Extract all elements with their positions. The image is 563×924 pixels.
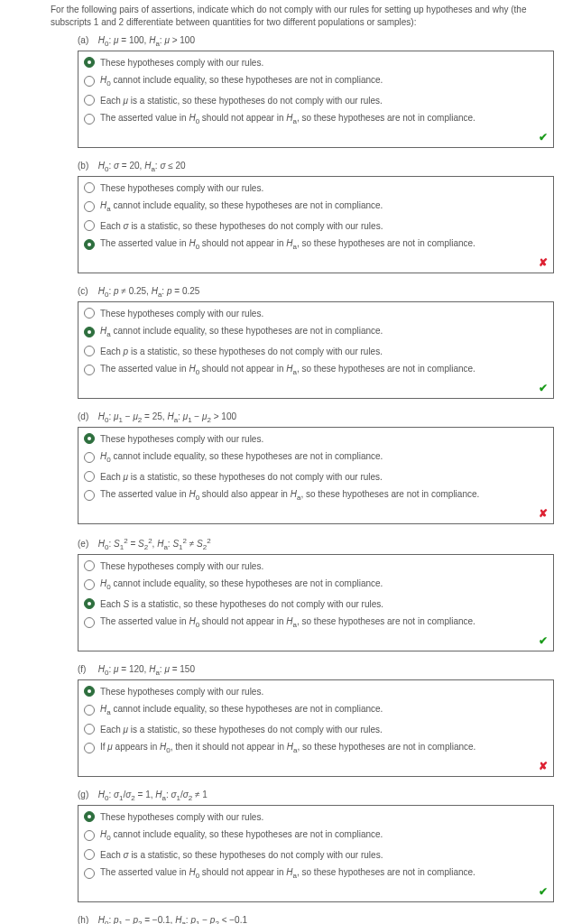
question-header: (h) H0: p1 − p2 = −0.1, Ha: p1 − p2 < −0… <box>78 915 554 924</box>
option-text: Each μ is a statistic, so these hypothes… <box>100 472 383 482</box>
option-text: These hypotheses comply with our rules. <box>100 309 263 319</box>
radio-button[interactable] <box>84 598 95 609</box>
radio-button[interactable] <box>84 433 95 444</box>
radio-button[interactable] <box>84 686 95 697</box>
option-row[interactable]: The asserted value in H0 should not appe… <box>78 864 553 883</box>
options-box: These hypotheses comply with our rules.H… <box>78 554 554 651</box>
radio-button[interactable] <box>84 452 95 463</box>
option-text: The asserted value in H0 should not appe… <box>100 238 475 251</box>
option-row[interactable]: The asserted value in H0 should also app… <box>78 485 553 505</box>
radio-button[interactable] <box>84 724 95 735</box>
radio-button[interactable] <box>84 182 95 193</box>
option-row[interactable]: The asserted value in H0 should not appe… <box>78 613 553 633</box>
check-icon: ✔ <box>78 883 553 898</box>
option-row[interactable]: H0 cannot include equality, so these hyp… <box>78 826 553 845</box>
option-row[interactable]: H0 cannot include equality, so these hyp… <box>78 575 553 595</box>
cross-icon: ✘ <box>78 254 553 269</box>
question-header: (c) H0: p ≠ 0.25, Ha: p = 0.25 <box>78 286 554 299</box>
radio-button[interactable] <box>84 471 95 482</box>
options-box: These hypotheses comply with our rules.H… <box>78 51 554 148</box>
option-text: These hypotheses comply with our rules. <box>100 183 263 193</box>
question-g: (g) H0: σ1/σ2 = 1, Ha: σ1/σ2 ≠ 1These hy… <box>78 790 554 902</box>
option-row[interactable]: The asserted value in H0 should not appe… <box>78 235 553 254</box>
option-text: Ha cannot include equality, so these hyp… <box>100 326 383 338</box>
cross-icon: ✘ <box>78 758 553 772</box>
option-row[interactable]: Each μ is a statistic, so these hypothes… <box>78 720 553 738</box>
option-text: These hypotheses comply with our rules. <box>100 812 263 822</box>
question-c: (c) H0: p ≠ 0.25, Ha: p = 0.25These hypo… <box>78 286 554 399</box>
option-text: Each μ is a statistic, so these hypothes… <box>100 96 383 106</box>
question-header: (a) H0: μ = 100, Ha: μ > 100 <box>78 35 554 48</box>
cross-icon: ✘ <box>78 505 553 520</box>
radio-button[interactable] <box>84 114 95 125</box>
radio-button[interactable] <box>84 95 95 106</box>
radio-button[interactable] <box>84 327 95 337</box>
check-icon: ✔ <box>78 129 553 143</box>
option-row[interactable]: These hypotheses comply with our rules. <box>78 304 553 322</box>
option-text: The asserted value in H0 should not appe… <box>100 113 475 125</box>
radio-button[interactable] <box>84 201 95 212</box>
question-header: (f) H0: μ = 120, Ha: μ = 150 <box>78 664 554 677</box>
check-icon: ✔ <box>78 380 553 394</box>
question-header: (g) H0: σ1/σ2 = 1, Ha: σ1/σ2 ≠ 1 <box>78 790 554 802</box>
radio-button[interactable] <box>84 830 95 841</box>
option-text: H0 cannot include equality, so these hyp… <box>100 451 383 464</box>
question-intro: For the following pairs of assertions, i… <box>51 4 554 28</box>
option-text: These hypotheses comply with our rules. <box>100 58 263 68</box>
option-row[interactable]: These hypotheses comply with our rules. <box>78 808 553 826</box>
radio-button[interactable] <box>84 849 95 860</box>
options-box: These hypotheses comply with our rules.H… <box>78 176 554 273</box>
option-row[interactable]: If μ appears in H0, then it should not a… <box>78 738 553 758</box>
option-text: These hypotheses comply with our rules. <box>100 434 263 444</box>
option-row[interactable]: Each μ is a statistic, so these hypothes… <box>78 91 553 109</box>
radio-button[interactable] <box>84 868 95 879</box>
option-row[interactable]: These hypotheses comply with our rules. <box>78 557 553 575</box>
option-row[interactable]: These hypotheses comply with our rules. <box>78 430 553 448</box>
radio-button[interactable] <box>84 220 95 231</box>
option-row[interactable]: These hypotheses comply with our rules. <box>78 682 553 700</box>
radio-button[interactable] <box>84 346 95 356</box>
question-e: (e) H0: S12 = S22, Ha: S12 ≠ S22These hy… <box>78 537 554 651</box>
option-row[interactable]: The asserted value in H0 should not appe… <box>78 109 553 129</box>
option-row[interactable]: Ha cannot include equality, so these hyp… <box>78 197 553 217</box>
radio-button[interactable] <box>84 239 95 250</box>
radio-button[interactable] <box>84 617 95 628</box>
radio-button[interactable] <box>84 308 95 319</box>
options-box: These hypotheses comply with our rules.H… <box>78 427 554 524</box>
options-box: These hypotheses comply with our rules.H… <box>78 805 554 902</box>
options-box: These hypotheses comply with our rules.H… <box>78 679 554 777</box>
option-row[interactable]: These hypotheses comply with our rules. <box>78 179 553 197</box>
option-row[interactable]: Each σ is a statistic, so these hypothes… <box>78 217 553 235</box>
option-row[interactable]: Each σ is a statistic, so these hypothes… <box>78 845 553 864</box>
option-text: These hypotheses comply with our rules. <box>100 561 263 571</box>
option-row[interactable]: Ha cannot include equality, so these hyp… <box>78 700 553 720</box>
option-row[interactable]: Each p is a statistic, so these hypothes… <box>78 342 553 360</box>
radio-button[interactable] <box>84 560 95 571</box>
option-row[interactable]: Each S is a statistic, so these hypothes… <box>78 595 553 613</box>
option-text: The asserted value in H0 should not appe… <box>100 364 475 376</box>
question-h: (h) H0: p1 − p2 = −0.1, Ha: p1 − p2 < −0… <box>78 915 554 924</box>
option-text: Ha cannot include equality, so these hyp… <box>100 200 383 213</box>
question-header: (b) H0: σ = 20, Ha: σ ≤ 20 <box>78 161 554 173</box>
option-row[interactable]: H0 cannot include equality, so these hyp… <box>78 448 553 467</box>
option-text: Each σ is a statistic, so these hypothes… <box>100 850 383 860</box>
option-row[interactable]: Ha cannot include equality, so these hyp… <box>78 322 553 342</box>
radio-button[interactable] <box>84 579 95 590</box>
radio-button[interactable] <box>84 76 95 87</box>
option-row[interactable]: Each μ is a statistic, so these hypothes… <box>78 467 553 485</box>
option-row[interactable]: H0 cannot include equality, so these hyp… <box>78 71 553 91</box>
option-text: H0 cannot include equality, so these hyp… <box>100 829 383 842</box>
radio-button[interactable] <box>84 743 95 753</box>
option-row[interactable]: The asserted value in H0 should not appe… <box>78 360 553 380</box>
radio-button[interactable] <box>84 490 95 501</box>
option-text: Each σ is a statistic, so these hypothes… <box>100 221 383 231</box>
question-b: (b) H0: σ = 20, Ha: σ ≤ 20These hypothes… <box>78 161 554 273</box>
option-row[interactable]: These hypotheses comply with our rules. <box>78 53 553 71</box>
radio-button[interactable] <box>84 365 95 375</box>
option-text: H0 cannot include equality, so these hyp… <box>100 578 383 591</box>
radio-button[interactable] <box>84 811 95 822</box>
question-header: (e) H0: S12 = S22, Ha: S12 ≠ S22 <box>78 537 554 551</box>
radio-button[interactable] <box>84 57 95 68</box>
radio-button[interactable] <box>84 705 95 716</box>
check-icon: ✔ <box>78 633 553 647</box>
